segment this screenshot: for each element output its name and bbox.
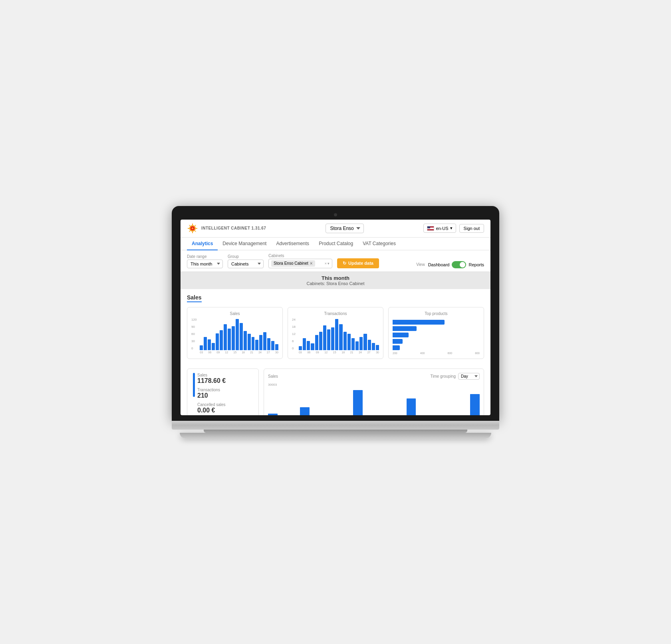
sales-stat: Sales 1178.60 € bbox=[197, 373, 226, 384]
stats-card: Sales 1178.60 € Transactions 210 Cancell… bbox=[187, 369, 259, 415]
detail-bars bbox=[268, 388, 480, 415]
h-bar-row bbox=[393, 333, 480, 337]
bar bbox=[347, 334, 351, 350]
bar bbox=[220, 330, 223, 350]
bar bbox=[259, 335, 262, 350]
laptop-frame: INTELLIGENT CABINET 1.31.67 Stora Enso e… bbox=[172, 206, 499, 438]
bar bbox=[275, 344, 278, 350]
detail-bar bbox=[353, 390, 363, 415]
bar bbox=[303, 338, 306, 350]
sales-chart-y: 120 90 60 30 0 bbox=[191, 318, 197, 350]
sign-out-button[interactable]: Sign out bbox=[459, 224, 484, 233]
tab-product-catalog[interactable]: Product Catalog bbox=[314, 238, 358, 250]
detail-bar bbox=[300, 407, 310, 415]
app-header: INTELLIGENT CABINET 1.31.67 Stora Enso e… bbox=[181, 220, 490, 238]
cabinet-tag-label: Stora Enso Cabinet bbox=[274, 261, 308, 266]
bar bbox=[208, 339, 211, 350]
laptop-screen: INTELLIGENT CABINET 1.31.67 Stora Enso e… bbox=[181, 220, 490, 415]
refresh-icon: ↻ bbox=[343, 261, 346, 266]
cabinets-arrows: × ▾ bbox=[325, 262, 330, 266]
time-grouping-label: Time grouping bbox=[430, 374, 456, 378]
bar bbox=[236, 319, 239, 350]
h-bar-4 bbox=[393, 339, 403, 344]
h-bar-row bbox=[393, 326, 480, 331]
h-bar-3 bbox=[393, 333, 409, 337]
update-data-button[interactable]: ↻ Update data bbox=[337, 258, 379, 268]
bar bbox=[335, 319, 338, 350]
detail-bar bbox=[268, 414, 278, 415]
company-select[interactable]: Stora Enso bbox=[326, 224, 364, 233]
bar bbox=[355, 341, 359, 350]
bar bbox=[263, 332, 266, 350]
sales-stat-label: Sales bbox=[197, 373, 226, 377]
date-range-group: Date range This month bbox=[187, 254, 223, 268]
tab-analytics[interactable]: Analytics bbox=[187, 238, 218, 250]
sales-chart-card: Sales 120 90 60 30 0 bbox=[187, 307, 283, 359]
svg-line-10 bbox=[189, 230, 191, 232]
filters-bar: Date range This month Group Cabinets Cab… bbox=[181, 250, 490, 272]
bar bbox=[204, 337, 207, 350]
header-center: Stora Enso bbox=[326, 224, 364, 233]
group-select[interactable]: Cabinets bbox=[228, 260, 264, 268]
transactions-chart-card: Transactions 24 18 12 6 0 bbox=[288, 307, 383, 359]
view-section: View Dashboard Reports bbox=[416, 261, 484, 268]
tab-advertisements[interactable]: Advertisements bbox=[271, 238, 314, 250]
cabinets-filter[interactable]: Stora Enso Cabinet × × ▾ bbox=[268, 259, 332, 268]
bar bbox=[299, 346, 302, 350]
detail-chart-title: Sales bbox=[268, 374, 278, 378]
transactions-chart-y: 24 18 12 6 0 bbox=[292, 318, 296, 350]
arrow-up: × bbox=[325, 262, 327, 266]
date-range-label: Date range bbox=[187, 254, 223, 259]
bar bbox=[323, 325, 326, 350]
date-range-select[interactable]: This month bbox=[187, 260, 223, 268]
transactions-bars bbox=[299, 318, 379, 350]
tab-device-management[interactable]: Device Management bbox=[218, 238, 271, 250]
charts-row: Sales 120 90 60 30 0 bbox=[187, 307, 484, 359]
bar bbox=[228, 329, 231, 350]
cabinet-tag: Stora Enso Cabinet × bbox=[271, 260, 315, 267]
transactions-x-labels: 03 06 09 12 15 18 21 24 27 30 bbox=[299, 351, 379, 354]
cabinet-tag-close[interactable]: × bbox=[310, 261, 313, 266]
bar bbox=[267, 338, 270, 350]
transactions-stat: Transactions 210 bbox=[197, 388, 226, 399]
dashboard-toggle[interactable] bbox=[452, 261, 466, 268]
bar bbox=[248, 334, 251, 350]
cabinets-filter-group: Cabinets Stora Enso Cabinet × × ▾ bbox=[268, 254, 332, 268]
flag-icon bbox=[427, 226, 434, 231]
cabinets-label: Cabinets bbox=[268, 254, 332, 258]
logo-icon bbox=[187, 223, 198, 234]
cancelled-stat: Cancelled sales 0.00 € bbox=[197, 402, 226, 414]
detail-y-label: 30003 bbox=[268, 383, 480, 386]
camera bbox=[334, 213, 337, 216]
bar bbox=[216, 333, 219, 350]
bar bbox=[351, 338, 355, 350]
section-title: Sales bbox=[187, 294, 202, 302]
transactions-chart-title: Transactions bbox=[292, 311, 379, 316]
bar bbox=[327, 329, 330, 350]
bar bbox=[240, 323, 243, 350]
time-grouping-select[interactable]: Day Week Month bbox=[458, 373, 480, 380]
h-bar-row bbox=[393, 320, 480, 325]
bar bbox=[363, 334, 367, 350]
language-button[interactable]: en-US ▾ bbox=[423, 224, 456, 233]
bar bbox=[372, 343, 375, 350]
detail-bar bbox=[470, 394, 480, 415]
group-label: Group bbox=[228, 254, 264, 259]
summary-header: This month Cabinets: Stora Enso Cabinet bbox=[181, 272, 490, 289]
nav-tabs: Analytics Device Management Advertisemen… bbox=[181, 238, 490, 250]
bar bbox=[343, 332, 347, 350]
dashboard-label: Dashboard bbox=[428, 262, 450, 267]
h-bar-row bbox=[393, 345, 480, 350]
bar bbox=[212, 343, 215, 350]
time-grouping: Time grouping Day Week Month bbox=[430, 373, 480, 380]
app-version: INTELLIGENT CABINET 1.31.67 bbox=[201, 226, 266, 230]
h-bar-2 bbox=[393, 326, 417, 331]
bar bbox=[339, 324, 342, 350]
top-products-bars bbox=[393, 318, 480, 350]
laptop-base bbox=[172, 421, 499, 430]
bar bbox=[232, 326, 235, 350]
tab-vat-categories[interactable]: VAT Categories bbox=[358, 238, 401, 250]
summary-title: This month bbox=[184, 275, 487, 281]
group-filter-group: Group Cabinets bbox=[228, 254, 264, 268]
sales-chart-title: Sales bbox=[191, 311, 278, 316]
